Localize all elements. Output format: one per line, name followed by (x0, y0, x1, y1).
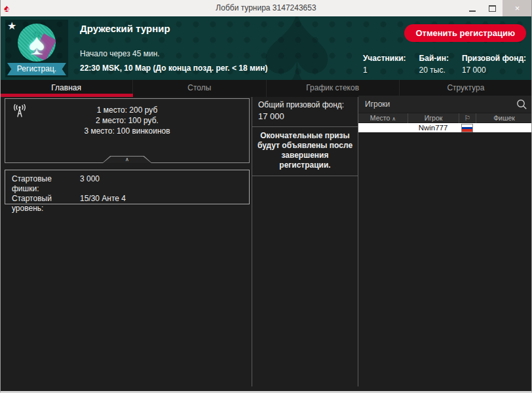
avatar-star-icon: ★ (18, 29, 56, 41)
prize-announcement-panel: 1 место: 200 руб 2 место: 100 руб. 3 мес… (5, 98, 250, 163)
player-row[interactable]: Nwin777 (358, 123, 532, 132)
starting-level-label: Стартовый уровень: (12, 194, 80, 214)
starting-info-panel: Стартовые фишки: 3 000 Стартовый уровень… (5, 170, 250, 204)
russia-flag-icon (462, 124, 472, 132)
tab-structure[interactable]: Структура (399, 80, 532, 97)
close-button[interactable]: × (503, 0, 532, 16)
starting-level-value: 15/30 Анте 4 (80, 194, 242, 214)
maximize-icon (489, 5, 496, 12)
players-table-header: Место∧ Игрок ⚐ Фишек (358, 113, 532, 123)
column-header-chips[interactable]: Фишек (476, 113, 532, 123)
flag-icon: ⚐ (465, 114, 471, 122)
window-title: Лобби турнира 3147243653 (0, 0, 532, 16)
sort-ascending-icon: ∧ (392, 116, 396, 122)
tournament-badge: ★ ♠ ★ Регистрац. (5, 20, 68, 77)
prize-places-list: 1 место: 200 руб 2 место: 100 руб. 3 мес… (5, 99, 249, 136)
favorite-star-icon: ★ (7, 20, 16, 32)
stat-value: 17 000 (462, 66, 486, 75)
tournament-header: ♠ ★ ♠ ★ Регистрац. Дружеский турнир Нача… (0, 16, 532, 80)
players-panel: Место∧ Игрок ⚐ Фишек Nwin777 (358, 96, 532, 132)
prize-pool-panel: Общий призовой фонд: 17 000 Окончательны… (252, 97, 358, 176)
titlebar: ♠★ Лобби турнира 3147243653 × (0, 0, 532, 16)
stat-label: Призовой фонд: (462, 54, 526, 63)
player-search-input[interactable] (358, 96, 532, 113)
window-controls: × (462, 0, 532, 16)
player-flag-cell (459, 124, 476, 132)
player-search-bar (358, 96, 532, 113)
stat-label: Участники: (363, 54, 406, 63)
divider (252, 176, 358, 176)
tab-bar: Главная Столы График стеков Структура (0, 80, 532, 97)
prize-place-line: 1 место: 200 руб (5, 105, 249, 115)
main-content: 1 место: 200 руб 2 место: 100 руб. 3 мес… (0, 97, 532, 393)
start-countdown: Начало через 45 мин. (80, 49, 160, 58)
stat-label: Бай-ин: (419, 54, 449, 63)
stat-value: 1 (363, 66, 368, 75)
prize-place-line: 3 место: 100 винкоинов (5, 126, 249, 136)
prize-pool-notice: Окончательные призы будут объявлены посл… (252, 127, 358, 176)
collapse-panel-button[interactable]: ∧ (102, 156, 152, 163)
cancel-registration-button[interactable]: Отменить регистрацию (404, 24, 526, 42)
column-divider (358, 97, 358, 386)
stat-value: 20 тыс. (419, 66, 446, 75)
search-icon[interactable] (516, 99, 527, 110)
tab-tables[interactable]: Столы (132, 80, 265, 97)
minimize-button[interactable] (462, 0, 482, 16)
tournament-name: Дружеский турнир (80, 23, 170, 34)
prize-place-line: 2 место: 100 руб. (5, 115, 249, 126)
tournament-avatar: ♠ ★ (18, 24, 56, 62)
prize-pool-value: 17 000 (252, 109, 358, 126)
spade-watermark-icon: ♠ (262, 16, 332, 80)
close-icon: × (515, 3, 520, 13)
column-header-flag[interactable]: ⚐ (459, 113, 476, 123)
start-time-info: 22:30 MSK, 10 Мар (До конца позд. рег. <… (80, 64, 268, 73)
tournament-stats: Участники: 1 Бай-ин: 20 тыс. Призовой фо… (363, 54, 526, 75)
starting-chips-value: 3 000 (80, 174, 242, 194)
player-name-cell: Nwin777 (408, 123, 459, 132)
column-header-place[interactable]: Место∧ (358, 113, 408, 123)
column-header-player[interactable]: Игрок (408, 113, 459, 123)
stat-buyin: Бай-ин: 20 тыс. (419, 54, 449, 75)
stat-prize-pool: Призовой фонд: 17 000 (462, 54, 526, 75)
prize-pool-label: Общий призовой фонд: (252, 97, 358, 109)
starting-chips-label: Стартовые фишки: (12, 174, 80, 194)
status-badge: Регистрац. (7, 63, 66, 75)
minimize-icon (469, 10, 476, 12)
broadcast-icon (12, 104, 28, 117)
stat-participants: Участники: 1 (363, 54, 406, 75)
tab-stack-chart[interactable]: График стеков (266, 80, 399, 97)
chevron-up-icon: ∧ (125, 157, 129, 162)
maximize-button[interactable] (482, 0, 503, 16)
